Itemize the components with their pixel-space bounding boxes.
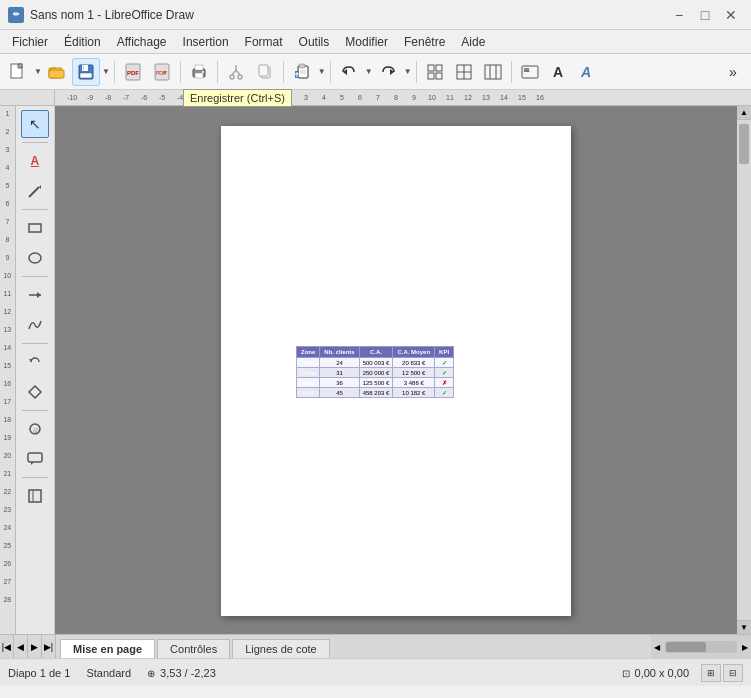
left-toolbar: ↖ A <box>16 106 55 634</box>
hscroll-track[interactable] <box>665 641 737 653</box>
tool-pencil[interactable] <box>21 177 49 205</box>
paste-dropdown[interactable]: ▼ <box>317 67 326 76</box>
tool-symbol[interactable]: ☺ <box>21 415 49 443</box>
export-pdf-button[interactable]: PDF <box>119 58 147 86</box>
close-button[interactable]: ✕ <box>719 5 743 25</box>
bottom-area: |◀ ◀ ▶ ▶| Mise en page Contrôles Lignes … <box>0 634 751 686</box>
view-layout-button[interactable] <box>450 58 478 86</box>
layout-name: Standard <box>86 667 131 679</box>
nav-next-button[interactable]: ▶ <box>28 635 42 659</box>
svg-rect-50 <box>29 224 41 232</box>
hscroll-right-button[interactable]: ▶ <box>739 635 751 659</box>
scroll-track-v[interactable] <box>737 120 751 620</box>
scrollbar-vertical[interactable]: ▲ ▼ <box>737 106 751 634</box>
cell-ca-moy-3: 3 486 € <box>393 378 435 388</box>
tool-sep5 <box>22 410 48 411</box>
cell-zone-2: Ouest <box>297 368 320 378</box>
menu-edition[interactable]: Édition <box>56 30 109 53</box>
tab-controles[interactable]: Contrôles <box>157 639 230 658</box>
view-3-button[interactable] <box>479 58 507 86</box>
status-btn-2[interactable]: ⊟ <box>723 664 743 682</box>
table-row: Est 24 500 003 € 20 833 € ✓ <box>297 358 454 368</box>
tool-curve[interactable] <box>21 311 49 339</box>
tool-sep2 <box>22 209 48 210</box>
insert-table-button[interactable]: A <box>545 58 573 86</box>
cut-button[interactable] <box>222 58 250 86</box>
tool-comment[interactable] <box>21 445 49 473</box>
svg-marker-54 <box>29 359 33 362</box>
scroll-up-button[interactable]: ▲ <box>737 106 751 120</box>
titlebar: ✏ Sans nom 1 - LibreOffice Draw − □ ✕ <box>0 0 751 30</box>
sep4 <box>283 61 284 83</box>
nav-last-button[interactable]: ▶| <box>42 635 56 659</box>
status-btn-1[interactable]: ⊞ <box>701 664 721 682</box>
scroll-down-button[interactable]: ▼ <box>737 620 751 634</box>
sep1 <box>114 61 115 83</box>
maximize-button[interactable]: □ <box>693 5 717 25</box>
save-button[interactable]: Enregistrer (Ctrl+S) <box>72 58 100 86</box>
cell-zone-3: Nord <box>297 378 320 388</box>
scroll-thumb-v[interactable] <box>739 124 749 164</box>
gallery-button[interactable] <box>516 58 544 86</box>
copy-button[interactable] <box>251 58 279 86</box>
svg-rect-32 <box>428 65 434 71</box>
table-row: Sud 45 458 203 € 10 182 € ✓ <box>297 388 454 398</box>
tool-box2[interactable] <box>21 482 49 510</box>
toolbar-more[interactable]: » <box>719 58 747 86</box>
menu-format[interactable]: Format <box>237 30 291 53</box>
col-ca-moy: C.A. Moyen <box>393 347 435 358</box>
menu-fenetre[interactable]: Fenêtre <box>396 30 453 53</box>
window-controls[interactable]: − □ ✕ <box>667 5 743 25</box>
cell-kpi-4: ✓ <box>435 388 454 398</box>
tool-rectangle[interactable] <box>21 214 49 242</box>
tab-mise-en-page[interactable]: Mise en page <box>60 639 155 658</box>
paste-button[interactable] <box>288 58 316 86</box>
menu-outils[interactable]: Outils <box>291 30 338 53</box>
tool-diamond[interactable] <box>21 378 49 406</box>
app-icon: ✏ <box>8 7 24 23</box>
hscroll-left-button[interactable]: ◀ <box>651 635 663 659</box>
hscroll-thumb[interactable] <box>666 642 706 652</box>
redo-dropdown[interactable]: ▼ <box>403 67 412 76</box>
menu-modifier[interactable]: Modifier <box>337 30 396 53</box>
undo-button[interactable] <box>335 58 363 86</box>
col-zone: Zone <box>297 347 320 358</box>
menu-fichier[interactable]: Fichier <box>4 30 56 53</box>
menu-insertion[interactable]: Insertion <box>175 30 237 53</box>
new-button[interactable] <box>4 58 32 86</box>
nav-prev-button[interactable]: ◀ <box>14 635 28 659</box>
status-bar: Diapo 1 de 1 Standard ⊕ 3,53 / -2,23 ⊡ 0… <box>0 658 751 686</box>
new-dropdown[interactable]: ▼ <box>33 67 42 76</box>
toolbar: ▼ Enregistrer (Ctrl+S) ▼ PDF PDF <box>0 54 751 90</box>
export-button[interactable]: PDF <box>148 58 176 86</box>
svg-line-19 <box>236 70 240 75</box>
fontwork-button[interactable]: A <box>574 58 602 86</box>
tool-text[interactable]: A <box>21 147 49 175</box>
menu-aide[interactable]: Aide <box>453 30 493 53</box>
redo-button[interactable] <box>374 58 402 86</box>
print-button[interactable] <box>185 58 213 86</box>
minimize-button[interactable]: − <box>667 5 691 25</box>
view-grid-button[interactable] <box>421 58 449 86</box>
save-dropdown[interactable]: ▼ <box>101 67 110 76</box>
tool-arrow[interactable] <box>21 281 49 309</box>
cell-clients-3: 36 <box>320 378 359 388</box>
svg-marker-53 <box>37 292 41 298</box>
tool-rotate[interactable] <box>21 348 49 376</box>
hscroll-area[interactable]: ◀ ▶ <box>651 635 751 659</box>
table-container[interactable]: Zone Nb. clients C.A. C.A. Moyen KPI Est… <box>296 346 454 398</box>
tool-ellipse[interactable] <box>21 244 49 272</box>
menu-affichage[interactable]: Affichage <box>109 30 175 53</box>
dimensions-info: ⊡ 0,00 x 0,00 <box>622 667 690 679</box>
open-button[interactable] <box>43 58 71 86</box>
left-panel: 1 2 3 4 5 6 7 8 9 10 11 12 13 14 15 16 1 <box>0 106 55 634</box>
cell-ca-moy-4: 10 182 € <box>393 388 435 398</box>
undo-dropdown[interactable]: ▼ <box>364 67 373 76</box>
tool-select[interactable]: ↖ <box>21 110 49 138</box>
canvas-area[interactable]: Zone Nb. clients C.A. C.A. Moyen KPI Est… <box>55 106 737 634</box>
nav-first-button[interactable]: |◀ <box>0 635 14 659</box>
svg-rect-6 <box>83 65 84 70</box>
tab-lignes-de-cote[interactable]: Lignes de cote <box>232 639 330 658</box>
status-right: ⊡ 0,00 x 0,00 ⊞ ⊟ <box>622 664 744 682</box>
cell-ca-moy-2: 12 500 € <box>393 368 435 378</box>
